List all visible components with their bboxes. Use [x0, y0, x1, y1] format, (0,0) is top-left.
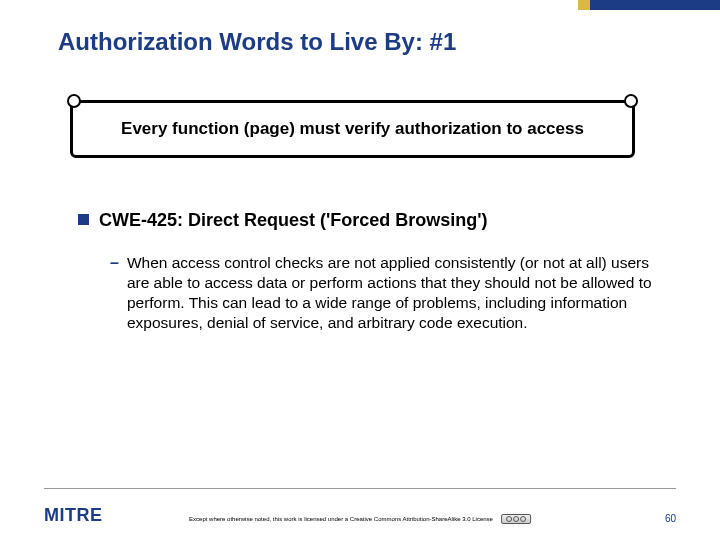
- banner-text: Every function (page) must verify author…: [73, 119, 632, 139]
- slide-title: Authorization Words to Live By: #1: [58, 28, 456, 56]
- license-label: Except where otherwise noted, this work …: [189, 516, 493, 522]
- mitre-logo: MITRE: [44, 505, 103, 526]
- sub-bullet-text: When access control checks are not appli…: [127, 253, 658, 333]
- sub-bullet-item: – When access control checks are not app…: [110, 253, 658, 333]
- top-accent-bar: [578, 0, 720, 10]
- footer-divider: [44, 488, 676, 489]
- scroll-curl-icon: [67, 94, 81, 108]
- dash-bullet-icon: –: [110, 253, 119, 273]
- accent-gold: [578, 0, 590, 10]
- cc-badge-icon: [501, 514, 531, 524]
- scroll-banner: Every function (page) must verify author…: [70, 100, 635, 158]
- footer: MITRE Except where otherwise noted, this…: [0, 488, 720, 540]
- accent-blue: [590, 0, 720, 10]
- scroll-curl-icon: [624, 94, 638, 108]
- content-area: CWE-425: Direct Request ('Forced Browsin…: [78, 210, 658, 333]
- license-text: Except where otherwise noted, this work …: [189, 514, 531, 524]
- page-number: 60: [665, 513, 676, 524]
- square-bullet-icon: [78, 214, 89, 225]
- bullet-item: CWE-425: Direct Request ('Forced Browsin…: [78, 210, 658, 231]
- bullet-text: CWE-425: Direct Request ('Forced Browsin…: [99, 210, 488, 231]
